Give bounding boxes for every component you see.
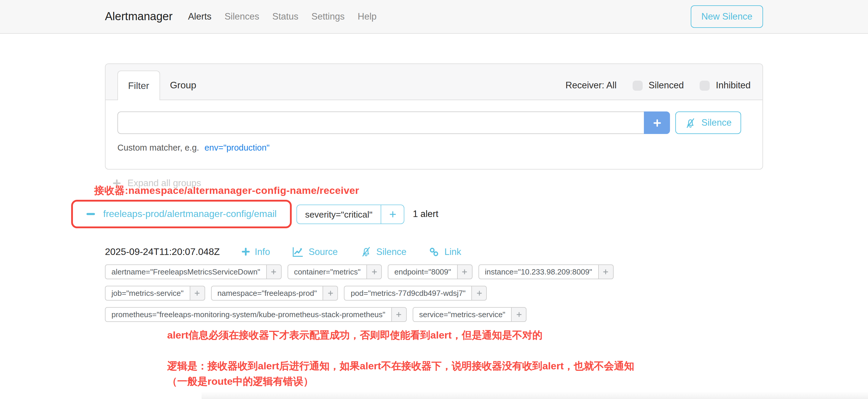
silence-filter-button-label: Silence xyxy=(702,117,732,128)
silence-filter-button[interactable]: Silence xyxy=(675,112,741,134)
group-matcher-button[interactable]: severity="critical" xyxy=(296,204,381,224)
label-tag-add-button[interactable] xyxy=(391,307,407,322)
label-tag: pod="metrics-77d9cdb497-wdsj7" xyxy=(344,286,487,301)
label-tag-add-button[interactable] xyxy=(457,265,472,279)
plus-icon xyxy=(371,269,377,275)
label-tag: alertname="FreeleapsMetricsServiceDown" xyxy=(105,265,282,279)
label-tag-text: namespace="freeleaps-prod" xyxy=(211,286,323,301)
tab-group[interactable]: Group xyxy=(160,70,206,100)
chart-line-icon xyxy=(292,246,304,257)
label-tag-text: job="metrics-service" xyxy=(105,286,190,301)
alert-labels: alertname="FreeleapsMetricsServiceDown" … xyxy=(105,265,763,322)
filter-card-header: Filter Group Receiver: All Silenced Inhi… xyxy=(105,64,763,100)
bell-slash-icon xyxy=(685,117,696,128)
inhibited-checkbox[interactable] xyxy=(700,80,710,90)
filter-card: Filter Group Receiver: All Silenced Inhi… xyxy=(105,63,763,170)
inhibited-checkbox-group[interactable]: Inhibited xyxy=(700,80,751,91)
label-tag-text: service="metrics-service" xyxy=(413,307,512,322)
silenced-checkbox[interactable] xyxy=(632,80,643,90)
label-tag: namespace="freeleaps-prod" xyxy=(211,286,338,301)
annotation-line-b: 逻辑是：接收器收到alert后进行通知，如果alert不在接收器下，说明接收器没… xyxy=(167,359,763,374)
top-navbar: Alertmanager Alerts Silences Status Sett… xyxy=(0,0,868,34)
expand-row: Expand all groups 接收器:namespace/alterman… xyxy=(105,178,763,197)
annotation-line-bc: 逻辑是：接收器收到alert后进行通知，如果alert不在接收器下，说明接收器没… xyxy=(167,359,763,390)
receiver-group-button[interactable]: freeleaps-prod/alertmanager-config/email xyxy=(76,203,287,225)
alert-silence-link[interactable]: Silence xyxy=(360,246,406,257)
plus-icon xyxy=(327,290,334,297)
alert-link-link[interactable]: Link xyxy=(429,246,461,257)
label-tag-add-button[interactable] xyxy=(266,265,282,279)
receiver-filter-dropdown[interactable]: Receiver: All xyxy=(566,80,617,91)
new-silence-button[interactable]: New Silence xyxy=(691,5,763,28)
label-tag: prometheus="freeleaps-monitoring-system/… xyxy=(105,307,407,322)
app-brand[interactable]: Alertmanager xyxy=(105,10,173,23)
plus-icon xyxy=(652,118,661,127)
label-tag-text: prometheus="freeleaps-monitoring-system/… xyxy=(105,307,392,322)
label-tag-add-button[interactable] xyxy=(189,286,205,301)
add-matcher-button[interactable] xyxy=(644,112,670,134)
alert-header: 2025-09-24T11:20:07.048Z Info xyxy=(105,246,763,257)
label-tag: job="metrics-service" xyxy=(105,286,205,301)
filter-card-body: Silence Custom matcher, e.g. env="produc… xyxy=(105,100,763,169)
matcher-input[interactable] xyxy=(117,112,644,134)
label-row: job="metrics-service" namespace="freelea… xyxy=(105,286,763,301)
alert-link-label: Link xyxy=(444,246,461,257)
plus-icon xyxy=(271,269,277,275)
label-tag-add-button[interactable] xyxy=(512,307,527,322)
label-tag-text: container="metrics" xyxy=(287,265,367,279)
label-tag-text: pod="metrics-77d9cdb497-wdsj7" xyxy=(344,286,472,301)
group-matcher-group: severity="critical" xyxy=(296,204,404,224)
plus-icon xyxy=(241,247,250,256)
label-tag-text: alertname="FreeleapsMetricsServiceDown" xyxy=(105,265,267,279)
plus-icon xyxy=(194,290,200,297)
inhibited-checkbox-label: Inhibited xyxy=(716,80,751,91)
annotation-line-a: alert信息必须在接收器下才表示配置成功，否则即使能看到alert，但是通知是… xyxy=(167,329,763,342)
alert-info-link[interactable]: Info xyxy=(241,246,270,257)
nav-links: Alerts Silences Status Settings Help xyxy=(188,11,376,22)
label-tag-text: endpoint="8009" xyxy=(388,265,458,279)
silenced-checkbox-label: Silenced xyxy=(649,80,684,91)
alert-info-label: Info xyxy=(255,246,270,257)
nav-item-silences[interactable]: Silences xyxy=(224,11,259,22)
label-tag-add-button[interactable] xyxy=(598,265,613,279)
alert-silence-label: Silence xyxy=(376,246,406,257)
bell-slash-icon xyxy=(360,246,371,257)
alert-source-label: Source xyxy=(309,246,338,257)
label-row: prometheus="freeleaps-monitoring-system/… xyxy=(105,307,763,322)
label-tag: container="metrics" xyxy=(287,265,382,279)
matcher-input-group xyxy=(117,112,670,134)
minus-icon xyxy=(86,209,95,219)
label-tag-add-button[interactable] xyxy=(323,286,338,301)
nav-item-settings[interactable]: Settings xyxy=(311,11,344,22)
receiver-group-label: freeleaps-prod/alertmanager-config/email xyxy=(103,209,277,219)
label-row: alertname="FreeleapsMetricsServiceDown" … xyxy=(105,265,763,279)
matcher-hint: Custom matcher, e.g. env="production" xyxy=(117,143,751,152)
label-tag: instance="10.233.98.209:8009" xyxy=(478,265,614,279)
label-tag-add-button[interactable] xyxy=(472,286,487,301)
plus-icon xyxy=(602,269,609,275)
annotation-highlight-box: freeleaps-prod/alertmanager-config/email xyxy=(71,200,291,228)
nav-item-alerts[interactable]: Alerts xyxy=(188,11,211,22)
alert-group-row: freeleaps-prod/alertmanager-config/email… xyxy=(105,200,763,228)
page: Alertmanager Alerts Silences Status Sett… xyxy=(0,0,868,399)
nav-item-help[interactable]: Help xyxy=(358,11,377,22)
alert-source-link[interactable]: Source xyxy=(292,246,338,257)
bottom-shade xyxy=(202,391,868,399)
alert-count: 1 alert xyxy=(413,209,438,219)
plus-icon xyxy=(396,311,402,318)
chain-icon xyxy=(429,246,440,257)
silenced-checkbox-group[interactable]: Silenced xyxy=(632,80,684,91)
filter-options: Receiver: All Silenced Inhibited xyxy=(566,70,751,100)
tab-filter[interactable]: Filter xyxy=(117,70,160,100)
matcher-hint-text: Custom matcher, e.g. xyxy=(117,143,199,152)
plus-icon xyxy=(476,290,483,297)
annotation-line-c: （一般是route中的逻辑有错误） xyxy=(167,374,763,390)
label-tag-add-button[interactable] xyxy=(366,265,382,279)
matcher-hint-example-link[interactable]: env="production" xyxy=(205,143,270,152)
alert-actions: Info Source xyxy=(241,246,461,257)
label-tag: service="metrics-service" xyxy=(413,307,527,322)
label-tag: endpoint="8009" xyxy=(388,265,472,279)
group-matcher-add-button[interactable] xyxy=(381,204,404,224)
alert-timestamp: 2025-09-24T11:20:07.048Z xyxy=(105,246,220,257)
nav-item-status[interactable]: Status xyxy=(273,11,299,22)
